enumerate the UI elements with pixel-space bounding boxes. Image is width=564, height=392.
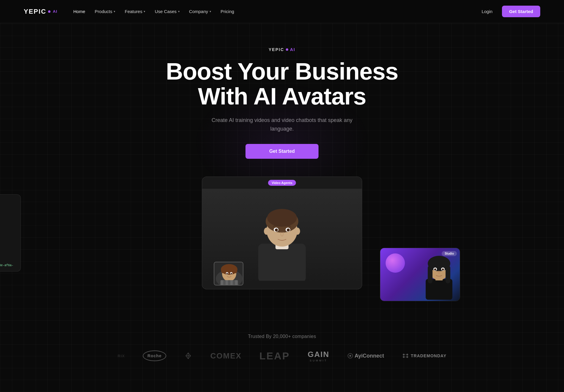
nav-link-products[interactable]: Products ▾ bbox=[91, 7, 119, 16]
video-agents-badge: Video Agents bbox=[268, 180, 296, 186]
svg-rect-34 bbox=[446, 266, 450, 283]
svg-rect-21 bbox=[221, 280, 223, 285]
logo-ai: AI bbox=[53, 9, 57, 14]
chevron-down-icon: ▾ bbox=[114, 10, 115, 13]
svg-point-45 bbox=[403, 356, 405, 358]
svg-point-11 bbox=[287, 228, 290, 231]
hero-badge-dot bbox=[286, 48, 288, 51]
studio-avatar bbox=[421, 249, 457, 301]
svg-point-27 bbox=[226, 273, 228, 274]
nav-link-pricing[interactable]: Pricing bbox=[216, 7, 238, 16]
man-avatar-svg bbox=[249, 192, 315, 281]
nav-links: Home Products ▾ Features ▾ Use Cases ▾ C… bbox=[69, 7, 238, 16]
trade-icon bbox=[402, 352, 409, 359]
logos-row: RIX Roche COMEX LEAP GAIN SUMMIT AyiConn… bbox=[0, 350, 564, 362]
chevron-down-icon: ▾ bbox=[144, 10, 145, 13]
hero-subtitle: Create AI training videos and video chat… bbox=[208, 116, 356, 133]
svg-point-7 bbox=[295, 228, 300, 235]
logo-dot bbox=[48, 10, 50, 13]
logo-leap: LEAP bbox=[259, 350, 290, 362]
logo-gain: GAIN SUMMIT bbox=[308, 350, 329, 362]
video-agent-card: Video Agents Live bbox=[202, 177, 362, 289]
hero-badge-logo: YEPIC bbox=[269, 47, 284, 52]
trusted-title: Trusted By 20,000+ companies bbox=[0, 334, 564, 339]
hero-title: Boost Your Business With AI Avatars bbox=[148, 59, 416, 109]
chevron-down-icon: ▾ bbox=[178, 10, 180, 13]
studio-woman-svg bbox=[421, 249, 457, 300]
svg-point-46 bbox=[406, 356, 408, 358]
code-block: 1.curl -X POST \ 2. --url https://api.ye… bbox=[0, 207, 16, 272]
logo-text: YEPIC bbox=[24, 8, 46, 15]
login-button[interactable]: Login bbox=[477, 7, 497, 16]
svg-point-10 bbox=[275, 228, 278, 231]
svg-rect-33 bbox=[428, 266, 432, 283]
svg-point-6 bbox=[264, 228, 269, 235]
hero-section: YEPIC AI Boost Your Business With AI Ava… bbox=[0, 23, 564, 304]
svg-point-38 bbox=[442, 268, 444, 270]
logo[interactable]: YEPIC AI bbox=[24, 8, 57, 15]
logo-roche: Roche bbox=[143, 350, 167, 361]
svg-rect-24 bbox=[235, 280, 237, 285]
api-card: API 1.curl -X POST \ 2. --url https://ap… bbox=[0, 194, 21, 272]
svg-point-44 bbox=[406, 354, 408, 356]
oman-icon bbox=[184, 352, 192, 360]
svg-rect-22 bbox=[226, 280, 228, 285]
thumbnail-card bbox=[214, 262, 243, 285]
ayi-icon bbox=[347, 353, 353, 359]
get-started-nav-button[interactable]: Get Started bbox=[502, 6, 540, 17]
logo-comex: COMEX bbox=[210, 351, 241, 361]
nav-link-use-cases[interactable]: Use Cases ▾ bbox=[150, 7, 183, 16]
navbar: YEPIC AI Home Products ▾ Features ▾ Use … bbox=[0, 0, 564, 23]
logo-oman bbox=[184, 352, 192, 360]
logo-trademonday: TRADEMONDAY bbox=[402, 352, 446, 359]
svg-point-42 bbox=[349, 355, 351, 357]
chevron-down-icon: ▾ bbox=[210, 10, 211, 13]
hero-badge-ai: AI bbox=[290, 47, 295, 52]
svg-point-5 bbox=[267, 209, 297, 227]
purple-orb bbox=[386, 253, 405, 273]
logo-ayiconnect: AyiConnect bbox=[347, 353, 384, 359]
nav-right: Login Get Started bbox=[477, 6, 540, 17]
card-header: Video Agents bbox=[202, 177, 362, 189]
nav-link-company[interactable]: Company ▾ bbox=[185, 7, 215, 16]
cards-area: API 1.curl -X POST \ 2. --url https://ap… bbox=[104, 177, 460, 304]
svg-point-28 bbox=[231, 273, 232, 274]
hero-badge: YEPIC AI bbox=[269, 47, 295, 52]
hero-cta-button[interactable]: Get Started bbox=[245, 144, 319, 159]
svg-point-37 bbox=[434, 268, 436, 270]
studio-card: Studio bbox=[380, 248, 460, 301]
nav-link-features[interactable]: Features ▾ bbox=[121, 7, 149, 16]
thumbnail-avatar bbox=[214, 262, 243, 285]
trusted-section: Trusted By 20,000+ companies RIX Roche C… bbox=[0, 328, 564, 374]
nav-left: YEPIC AI Home Products ▾ Features ▾ Use … bbox=[24, 7, 238, 16]
nav-link-home[interactable]: Home bbox=[69, 7, 89, 16]
svg-point-18 bbox=[221, 269, 225, 273]
svg-rect-23 bbox=[230, 280, 233, 285]
logo-rix: RIX bbox=[118, 354, 125, 358]
svg-point-19 bbox=[233, 269, 237, 273]
svg-point-43 bbox=[403, 354, 405, 356]
